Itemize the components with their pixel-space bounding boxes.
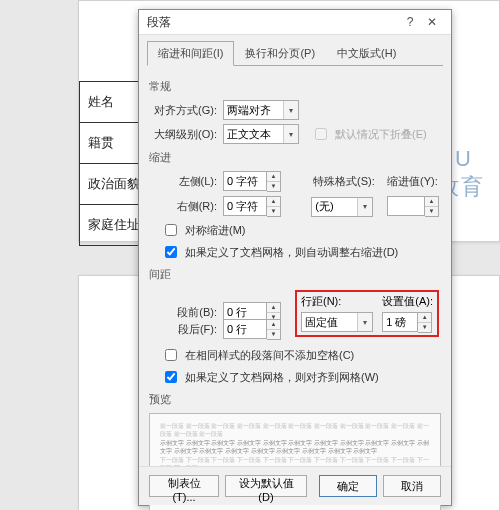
at-label: 设置值(A): [382, 294, 433, 309]
spin-up-icon: ▲ [267, 172, 280, 182]
space-after-input[interactable]: ▲▼ [223, 319, 281, 340]
indent-by-input[interactable]: ▲▼ [387, 196, 439, 217]
left-indent-label: 左侧(L): [151, 174, 217, 189]
paragraph-dialog: 段落 ? ✕ 缩进和间距(I) 换行和分页(P) 中文版式(H) 常规 对齐方式… [138, 9, 452, 506]
ok-button[interactable]: 确定 [319, 475, 377, 497]
snap-to-grid-checkbox[interactable] [165, 371, 177, 383]
line-spacing-select[interactable]: 固定值▾ [301, 312, 373, 332]
alignment-select[interactable]: 两端对齐▾ [223, 100, 299, 120]
indent-by-label: 缩进值(Y): [387, 174, 447, 189]
tab-line-page-breaks[interactable]: 换行和分页(P) [234, 41, 326, 66]
tabs-button[interactable]: 制表位(T)... [149, 475, 219, 497]
spin-down-icon: ▼ [267, 182, 280, 191]
collapsed-checkbox [315, 128, 327, 140]
special-select[interactable]: (无)▾ [311, 197, 373, 217]
space-before-label: 段前(B): [151, 305, 217, 320]
tab-indent-spacing[interactable]: 缩进和间距(I) [147, 41, 234, 66]
close-icon[interactable]: ✕ [421, 15, 443, 29]
right-indent-label: 右侧(R): [151, 199, 217, 214]
auto-adjust-checkbox[interactable] [165, 246, 177, 258]
chevron-down-icon: ▾ [283, 101, 298, 119]
section-spacing: 间距 [149, 267, 439, 282]
line-spacing-highlight: 行距(N): 固定值▾ 设置值(A): ▲▼ [295, 290, 439, 337]
chevron-down-icon: ▾ [283, 125, 298, 143]
special-label: 特殊格式(S): [313, 174, 381, 189]
right-indent-input[interactable]: ▲▼ [223, 196, 281, 217]
set-default-button[interactable]: 设为默认值(D) [225, 475, 307, 497]
titlebar: 段落 ? ✕ [139, 10, 451, 35]
alignment-label: 对齐方式(G): [151, 103, 217, 118]
tab-asian-typography[interactable]: 中文版式(H) [326, 41, 407, 66]
section-general: 常规 [149, 79, 439, 94]
cancel-button[interactable]: 取消 [383, 475, 441, 497]
help-icon[interactable]: ? [399, 15, 421, 29]
mirror-indent-checkbox[interactable] [165, 224, 177, 236]
section-indent: 缩进 [149, 150, 439, 165]
dialog-footer: 制表位(T)... 设为默认值(D) 确定 取消 [139, 466, 451, 505]
no-space-same-style-checkbox[interactable] [165, 349, 177, 361]
line-spacing-label: 行距(N): [301, 294, 376, 309]
tab-strip: 缩进和间距(I) 换行和分页(P) 中文版式(H) [139, 35, 451, 66]
outline-select[interactable]: 正文文本▾ [223, 124, 299, 144]
at-value-input[interactable]: ▲▼ [382, 312, 432, 333]
space-after-label: 段后(F): [151, 322, 217, 337]
section-preview: 预览 [149, 392, 439, 407]
outline-label: 大纲级别(O): [151, 127, 217, 142]
dialog-title: 段落 [147, 14, 399, 31]
left-indent-input[interactable]: ▲▼ [223, 171, 281, 192]
